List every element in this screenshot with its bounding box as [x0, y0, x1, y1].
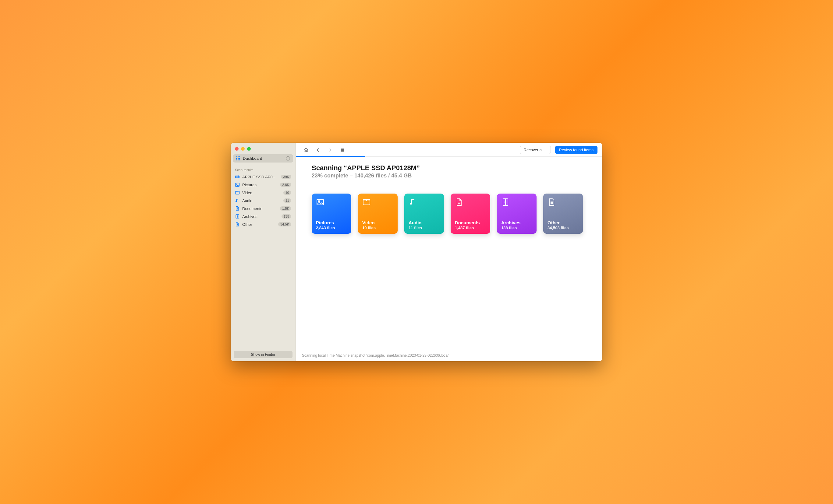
stop-button[interactable]: [338, 146, 347, 154]
card-sub: 11 files: [409, 226, 439, 230]
svg-rect-2: [239, 156, 240, 157]
card-title: Archives: [501, 220, 532, 225]
sidebar-item-badge: 11: [283, 198, 291, 203]
card-pictures[interactable]: Pictures 2,843 files: [312, 194, 351, 234]
sidebar-dashboard[interactable]: Dashboard: [233, 154, 293, 162]
status-bar: Scanning local Time Machine snapshot 'co…: [296, 350, 602, 361]
sidebar-item-label: APPLE SSD AP012...: [242, 175, 279, 179]
svg-rect-27: [317, 199, 324, 205]
svg-rect-26: [341, 149, 344, 152]
sidebar: Dashboard Scan results APPLE SSD AP012..…: [231, 143, 296, 361]
card-sub: 138 files: [501, 226, 532, 230]
sidebar-item-archives[interactable]: Archives 138: [231, 212, 295, 220]
svg-point-12: [236, 184, 237, 184]
sidebar-item-badge: 34.5K: [278, 222, 291, 226]
card-title: Audio: [409, 220, 439, 225]
sidebar-item-audio[interactable]: Audio 11: [231, 197, 295, 204]
svg-rect-5: [239, 158, 240, 159]
minimize-button[interactable]: [241, 147, 245, 151]
document-icon: [455, 198, 463, 206]
forward-button[interactable]: [326, 146, 334, 154]
sidebar-footer: Show in Finder: [231, 348, 295, 361]
svg-point-28: [318, 201, 319, 202]
file-icon: [235, 222, 240, 227]
svg-rect-1: [238, 156, 239, 157]
category-cards: Pictures 2,843 files Video 10 files: [312, 194, 593, 234]
sidebar-item-pictures[interactable]: Pictures 2.8K: [231, 181, 295, 189]
svg-point-10: [238, 177, 239, 177]
home-button[interactable]: [302, 146, 310, 154]
card-title: Documents: [455, 220, 486, 225]
svg-rect-8: [239, 159, 240, 160]
sidebar-item-other[interactable]: Other 34.5K: [231, 220, 295, 228]
content-area: Scanning “APPLE SSD AP0128M” 23% complet…: [296, 157, 602, 350]
sidebar-item-label: Video: [242, 191, 281, 195]
zip-icon: [501, 198, 510, 206]
svg-rect-4: [238, 158, 239, 159]
card-sub: 34,508 files: [548, 226, 578, 230]
window-controls: [231, 143, 295, 154]
scan-title: Scanning “APPLE SSD AP0128M”: [312, 164, 593, 172]
sidebar-item-badge: 10: [283, 191, 291, 195]
card-audio[interactable]: Audio 11 files: [404, 194, 444, 234]
disk-icon: [235, 174, 240, 179]
image-icon: [316, 198, 325, 206]
file-icon: [548, 198, 556, 206]
review-found-items-button[interactable]: Review found items: [555, 146, 597, 154]
sidebar-item-documents[interactable]: Documents 1.5K: [231, 204, 295, 212]
sidebar-item-label: Audio: [242, 198, 281, 203]
music-note-icon: [409, 198, 417, 206]
scan-subtitle: 23% complete – 140,426 files / 45.4 GB: [312, 173, 593, 179]
show-in-finder-button[interactable]: Show in Finder: [234, 351, 292, 358]
toolbar: Recover all... Review found items: [296, 143, 602, 154]
maximize-button[interactable]: [247, 147, 251, 151]
sidebar-item-badge: 39K: [281, 175, 291, 179]
sidebar-item-video[interactable]: Video 10: [231, 189, 295, 197]
archive-icon: [235, 214, 240, 219]
card-title: Other: [548, 220, 578, 225]
recover-all-button[interactable]: Recover all...: [520, 146, 551, 154]
sidebar-item-label: Pictures: [242, 183, 278, 187]
sidebar-item-badge: 138: [282, 214, 291, 219]
svg-rect-11: [236, 183, 239, 186]
main-pane: Recover all... Review found items Scanni…: [296, 143, 602, 361]
card-sub: 1,487 files: [455, 226, 486, 230]
video-icon: [235, 190, 240, 195]
svg-rect-7: [238, 159, 239, 160]
sidebar-item-label: Other: [242, 222, 276, 227]
sidebar-item-badge: 1.5K: [280, 206, 291, 210]
image-icon: [235, 182, 240, 187]
back-button[interactable]: [314, 146, 322, 154]
svg-rect-0: [236, 156, 237, 157]
sidebar-item-badge: 2.8K: [280, 183, 291, 187]
card-other[interactable]: Other 34,508 files: [543, 194, 583, 234]
sidebar-item-label: Documents: [242, 206, 278, 211]
sidebar-dashboard-label: Dashboard: [243, 156, 262, 161]
music-note-icon: [235, 198, 240, 203]
card-title: Pictures: [316, 220, 347, 225]
card-sub: 10 files: [362, 226, 394, 230]
sidebar-section-label: Scan results: [231, 166, 295, 173]
card-video[interactable]: Video 10 files: [358, 194, 398, 234]
document-icon: [235, 206, 240, 211]
sidebar-item-disk[interactable]: APPLE SSD AP012... 39K: [231, 173, 295, 181]
svg-rect-6: [236, 159, 237, 160]
card-archives[interactable]: Archives 138 files: [497, 194, 537, 234]
grid-icon: [236, 156, 240, 161]
app-window: Dashboard Scan results APPLE SSD AP012..…: [231, 143, 602, 361]
card-title: Video: [362, 220, 394, 225]
svg-rect-3: [236, 158, 237, 159]
close-button[interactable]: [235, 147, 239, 151]
card-sub: 2,843 files: [316, 226, 347, 230]
spinner-icon: [286, 156, 290, 161]
card-documents[interactable]: Documents 1,487 files: [451, 194, 490, 234]
film-icon: [362, 198, 371, 206]
sidebar-item-label: Archives: [242, 214, 279, 219]
